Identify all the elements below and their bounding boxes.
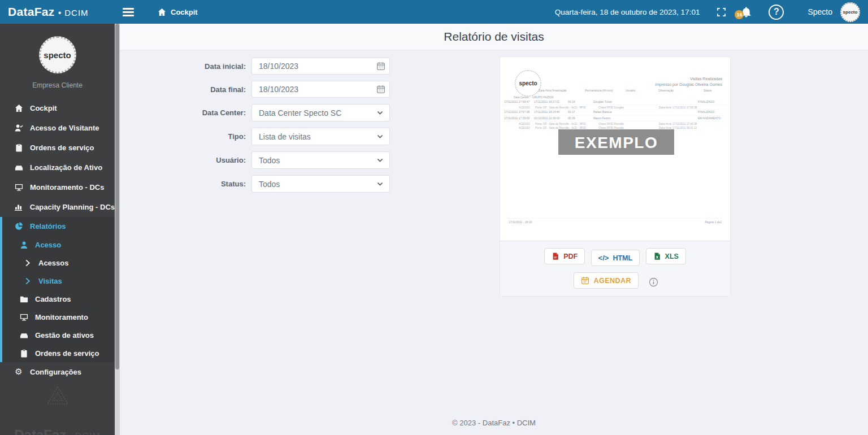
sidebar-item-configuracoes[interactable]: ⚙ Configurações — [0, 362, 115, 382]
sidebar-bottom-brand: DataFaz • DCIM — [0, 427, 115, 435]
help-icon[interactable]: ? — [769, 5, 784, 20]
brand-dot: • — [69, 432, 73, 435]
pie-chart-icon — [14, 222, 24, 230]
chevron-right-icon — [22, 277, 32, 285]
export-html-button[interactable]: </> HTML — [591, 250, 640, 266]
user-check-icon — [14, 124, 24, 132]
sidebar-item-cockpit[interactable]: Cockpit — [0, 98, 115, 118]
sidebar-item-relatorios[interactable]: Relatórios — [2, 217, 115, 236]
col-header: Status — [704, 89, 711, 92]
folder-icon — [19, 295, 29, 303]
sidebar-item-label: Monitoramento — [35, 313, 88, 321]
sidebar-item-gestao-de-ativos[interactable]: Gestão de ativos — [2, 326, 115, 344]
page-title-bar: Relatório de visitas — [120, 24, 868, 50]
calendar-icon[interactable] — [376, 85, 385, 96]
tipo-select[interactable]: Lista de visitas — [251, 128, 390, 145]
data-inicial-input[interactable] — [251, 58, 390, 75]
sidebar-item-label: Acesso de Visitante — [30, 124, 99, 132]
report-header: Visitas Realizadas Impresso por Douglas … — [655, 76, 722, 88]
excel-file-icon — [653, 252, 661, 260]
fullscreen-icon[interactable] — [717, 7, 726, 17]
report-filter-form: Data inicial: Data final: Data Center: — [120, 58, 402, 199]
bar-chart-icon — [14, 203, 24, 211]
col-header: Permanência (hh:mm) — [585, 89, 613, 92]
chevron-down-icon — [376, 109, 384, 116]
report-preview-card: specto Visitas Realizadas Impresso por D… — [500, 56, 731, 297]
field-label-data-final: Data final: — [120, 85, 251, 94]
app-logo[interactable]: DataFaz • DCIM — [0, 5, 115, 19]
hamburger-menu-icon[interactable] — [123, 8, 134, 16]
code-icon: </> — [598, 254, 609, 262]
selected-value: Lista de visitas — [259, 132, 376, 141]
sidebar-item-capacity-planning-dcs[interactable]: Capacity Planning - DCs — [0, 197, 115, 217]
page-title: Relatório de visitas — [444, 30, 544, 44]
sidebar-item-label: Localização de Ativo — [30, 163, 102, 172]
calendar-icon[interactable] — [376, 62, 385, 73]
report-example-image: specto Visitas Realizadas Impresso por D… — [500, 57, 730, 241]
chevron-down-icon — [376, 156, 384, 164]
sidebar-item-monitoramento[interactable]: Monitoramento — [2, 308, 115, 326]
sidebar-item-acessos[interactable]: Acessos — [2, 254, 115, 272]
sidebar-group-relatorios: Relatórios Acesso Acessos Visitas — [0, 217, 115, 362]
brand-name: DataFaz — [14, 427, 66, 435]
cockpit-home-button[interactable]: Cockpit — [158, 8, 198, 16]
export-xls-button[interactable]: XLS — [646, 248, 686, 264]
field-label-status: Status: — [120, 180, 251, 188]
status-select[interactable]: Todos — [251, 175, 390, 193]
sidebar-nav: Cockpit Acesso de Visitante Ordens de se… — [0, 98, 115, 382]
sidebar-item-visitas[interactable]: Visitas — [2, 272, 115, 290]
home-icon — [158, 8, 166, 16]
user-menu[interactable]: Specto — [808, 7, 832, 16]
report-logo: specto — [515, 70, 541, 97]
top-bar: DataFaz • DCIM Cockpit Quarta-feira, 18 … — [0, 0, 868, 24]
sidebar-item-ordens-de-servico-relatorio[interactable]: Ordens de serviço — [2, 344, 115, 362]
col-header: Observação — [658, 89, 674, 92]
sidebar-scrollbar-thumb[interactable] — [115, 24, 119, 369]
report-footer-date: 17/11/2011 - 18:19 — [509, 220, 532, 224]
calendar-icon — [581, 276, 589, 285]
sidebar-item-acesso[interactable]: Acesso — [2, 236, 115, 254]
sidebar-item-label: Ordens de serviço — [35, 349, 99, 358]
user-icon — [19, 241, 29, 249]
sidebar-item-label: Gestão de ativos — [35, 331, 94, 340]
sidebar-item-label: Cockpit — [30, 104, 57, 112]
sidebar-item-acesso-de-visitante[interactable]: Acesso de Visitante — [0, 118, 115, 138]
usuario-select[interactable]: Todos — [251, 151, 390, 169]
main-content: Relatório de visitas Data inicial: Data … — [120, 24, 868, 435]
sidebar-item-label: Capacity Planning - DCs — [30, 203, 115, 211]
selected-value: Todos — [259, 156, 376, 165]
info-icon[interactable] — [649, 277, 658, 287]
avatar-label: specto — [843, 10, 858, 15]
sidebar-item-ordens-de-servico[interactable]: Ordens de serviço — [0, 138, 115, 158]
pdf-file-icon — [552, 252, 559, 260]
export-actions: PDF </> HTML XLS AGENDAR — [500, 241, 730, 296]
sidebar-item-monitoramento-dcs[interactable]: Monitoramento - DCs — [0, 177, 115, 197]
export-pdf-button[interactable]: PDF — [544, 248, 585, 264]
chevron-down-icon — [376, 180, 384, 188]
monitor-icon — [14, 183, 24, 192]
data-final-input[interactable] — [251, 81, 390, 98]
exemplo-watermark: EXEMPLO — [558, 129, 674, 155]
sidebar-item-label: Visitas — [38, 277, 62, 285]
agendar-button[interactable]: AGENDAR — [574, 272, 639, 289]
sidebar-item-localizacao-de-ativo[interactable]: Localização de Ativo — [0, 158, 115, 177]
brand-triangle-watermark-icon — [0, 385, 115, 408]
sidebar-item-label: Relatórios — [30, 222, 66, 230]
clipboard-icon — [14, 143, 24, 152]
notification-badge: 16 — [735, 10, 744, 19]
data-center-select[interactable]: Data Center Specto SC — [251, 104, 390, 121]
sidebar-item-label: Acessos — [38, 259, 68, 267]
report-printed-by: Impresso por Douglas Oliveira Gomes — [655, 82, 722, 88]
chevron-right-icon — [22, 259, 32, 267]
sidebar-scrollbar-track[interactable] — [115, 24, 120, 435]
sidebar-item-cadastros[interactable]: Cadastros — [2, 290, 115, 308]
notifications-bell-icon[interactable]: 16 — [741, 7, 752, 18]
selected-value: Data Center Specto SC — [259, 108, 376, 118]
report-logo-label: specto — [519, 80, 537, 87]
sidebar-item-label: Acesso — [35, 241, 61, 249]
asset-box-icon — [14, 163, 24, 172]
user-avatar[interactable]: specto — [840, 2, 860, 22]
help-glyph: ? — [774, 7, 779, 17]
field-label-tipo: Tipo: — [120, 132, 251, 141]
brand-suffix: DCIM — [64, 8, 88, 18]
